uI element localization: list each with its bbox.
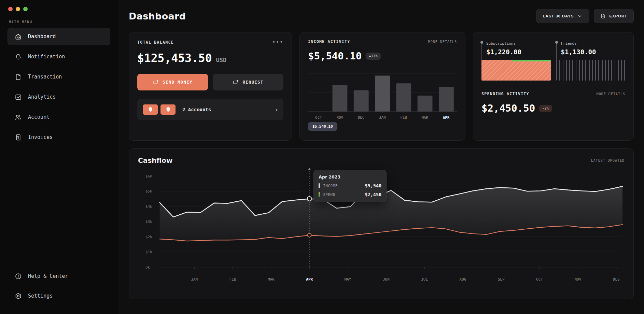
- send-money-button[interactable]: SEND MONEY: [137, 74, 208, 90]
- sidebar-item-transaction[interactable]: Transaction: [8, 68, 110, 85]
- x-axis-label: DEC: [351, 116, 372, 119]
- income-more-details-link[interactable]: MORE DETAILS: [428, 40, 457, 44]
- chevron-right-icon: ›: [275, 106, 278, 113]
- spending-breakdown: Subscriptions $1,220.00 Friends $1,130.0…: [481, 41, 625, 81]
- x-axis-label: JUN: [383, 277, 390, 282]
- subscriptions-amount: $1,220.00: [481, 48, 551, 56]
- spending-amount-row: $2,450.50 -2%: [481, 102, 625, 114]
- income-bar: [333, 85, 348, 112]
- income-chart-tooltip: $5,540.10: [308, 122, 337, 131]
- sidebar-item-invoices[interactable]: Invoices: [8, 129, 110, 146]
- income-bar: [396, 83, 411, 112]
- main-content: Dashboard LAST 30 DAYS EXPORT TOTAL BALA…: [118, 0, 644, 314]
- zoom-window-button[interactable]: [23, 7, 28, 11]
- sidebar-item-label: Invoices: [28, 134, 53, 140]
- cashflow-tooltip: Apr 2023 INCOME $5,540 SPEND $2,450: [313, 170, 387, 202]
- export-button[interactable]: EXPORT: [594, 9, 634, 23]
- total-balance-header: TOTAL BALANCE •••: [137, 39, 283, 45]
- spending-change-badge: -2%: [539, 105, 552, 112]
- total-balance-label: TOTAL BALANCE: [137, 40, 174, 45]
- subscriptions-bar: [481, 60, 551, 81]
- users-icon: [15, 114, 22, 121]
- bank-card-thumbnail: [160, 104, 176, 115]
- x-axis-label: DES: [613, 277, 620, 282]
- date-range-dropdown[interactable]: LAST 30 DAYS: [536, 9, 589, 23]
- cashflow-area: [160, 186, 622, 241]
- summary-cards-row: TOTAL BALANCE ••• $125,453.50 USD SEND M…: [129, 32, 634, 141]
- app-window: MAIN MENU Dashboard Notification Transac…: [0, 0, 644, 314]
- friends-block[interactable]: Friends $1,130.00: [556, 41, 626, 81]
- invoice-icon: [15, 134, 22, 141]
- sidebar-section-label: MAIN MENU: [9, 20, 109, 24]
- income-activity-header: INCOME ACTIVITY MORE DETAILS: [308, 39, 457, 44]
- document-icon: [15, 73, 22, 81]
- total-balance-amount: $125,453.50: [137, 52, 212, 65]
- x-axis-label: APR: [306, 277, 313, 282]
- friends-amount: $1,130.00: [556, 48, 626, 56]
- x-axis-label: APR: [436, 116, 457, 119]
- sidebar-item-account[interactable]: Account: [8, 109, 110, 126]
- sidebar-item-notification[interactable]: Notification: [8, 48, 110, 65]
- sidebar-item-analytics[interactable]: Analytics: [8, 88, 110, 105]
- minimize-window-button[interactable]: [16, 7, 20, 11]
- income-marker-point: [307, 197, 312, 201]
- spend-marker-point: [308, 233, 311, 237]
- tooltip-income-label: INCOME: [323, 184, 346, 188]
- x-axis-label: JAN: [372, 116, 393, 119]
- sidebar-item-label: Notification: [28, 54, 65, 60]
- close-window-button[interactable]: [8, 7, 13, 11]
- send-money-label: SEND MONEY: [163, 80, 192, 85]
- marker-dot: [480, 41, 483, 44]
- x-axis-label: NOV: [574, 277, 581, 282]
- sidebar-item-label: Settings: [28, 293, 53, 299]
- green-indicator: [512, 60, 550, 61]
- x-axis-label: MAR: [414, 116, 435, 119]
- wallet-request-icon: [233, 79, 239, 85]
- sidebar-item-dashboard[interactable]: Dashboard: [8, 28, 110, 45]
- topbar-actions: LAST 30 DAYS EXPORT: [536, 9, 634, 23]
- home-icon: [15, 33, 22, 40]
- marker-top-dot: [308, 168, 310, 170]
- card-menu-ellipsis-icon[interactable]: •••: [272, 39, 283, 45]
- income-bar: [354, 90, 369, 112]
- bank-card-thumbnail: [143, 104, 158, 115]
- y-axis-label: $2k: [145, 235, 152, 239]
- x-axis-label: MAY: [345, 277, 351, 282]
- request-button[interactable]: REQUEST: [213, 74, 283, 90]
- sidebar: MAIN MENU Dashboard Notification Transac…: [0, 0, 118, 314]
- sidebar-item-label: Help & Center: [28, 273, 68, 279]
- sidebar-item-help-center[interactable]: Help & Center: [8, 268, 110, 285]
- cashflow-header: Cashflow LATEST UPDATED: [138, 156, 625, 165]
- tooltip-income-value: $5,540: [365, 183, 381, 188]
- shield-icon: [166, 107, 170, 112]
- date-range-label: LAST 30 DAYS: [543, 14, 574, 18]
- tooltip-title: Apr 2023: [319, 174, 381, 180]
- subscriptions-block[interactable]: Subscriptions $1,220.00: [481, 41, 551, 81]
- spending-more-details-link[interactable]: MORE DETAILS: [597, 92, 625, 96]
- sidebar-nav: Dashboard Notification Transaction Analy…: [8, 28, 110, 146]
- latest-updated-label: LATEST UPDATED: [591, 159, 625, 162]
- y-axis-label: $5k: [145, 189, 152, 194]
- income-bar-chart: [308, 65, 457, 115]
- accounts-count-label: 2 Accounts: [182, 107, 211, 112]
- analytics-icon: [15, 94, 22, 101]
- x-axis-label: OCT: [536, 277, 543, 282]
- spending-activity-card: Subscriptions $1,220.00 Friends $1,130.0…: [473, 32, 634, 141]
- cashflow-title: Cashflow: [138, 156, 172, 165]
- x-axis-label: OCT: [308, 116, 329, 119]
- shield-icon: [148, 107, 153, 112]
- x-axis-label: FEB: [393, 116, 414, 119]
- sidebar-item-label: Dashboard: [28, 33, 56, 40]
- cashflow-chart-area: $6k$5k$4k$3k$2k$1k0kJANFEBMARAPRMAYJUNJU…: [138, 166, 625, 287]
- sidebar-item-settings[interactable]: Settings: [8, 287, 110, 304]
- sidebar-item-label: Transaction: [28, 74, 62, 80]
- income-bar: [439, 87, 454, 112]
- friends-label: Friends: [556, 41, 626, 46]
- income-bar: [375, 75, 390, 112]
- income-chart-month-labels: OCTNOVDECJANFEBMARAPR: [308, 116, 457, 119]
- page-title: Dashboard: [129, 11, 186, 22]
- friends-bar: [556, 60, 626, 81]
- income-amount-row: $5,540.10 +12%: [308, 50, 457, 62]
- marker-dot: [555, 41, 558, 44]
- accounts-row[interactable]: 2 Accounts ›: [137, 99, 283, 120]
